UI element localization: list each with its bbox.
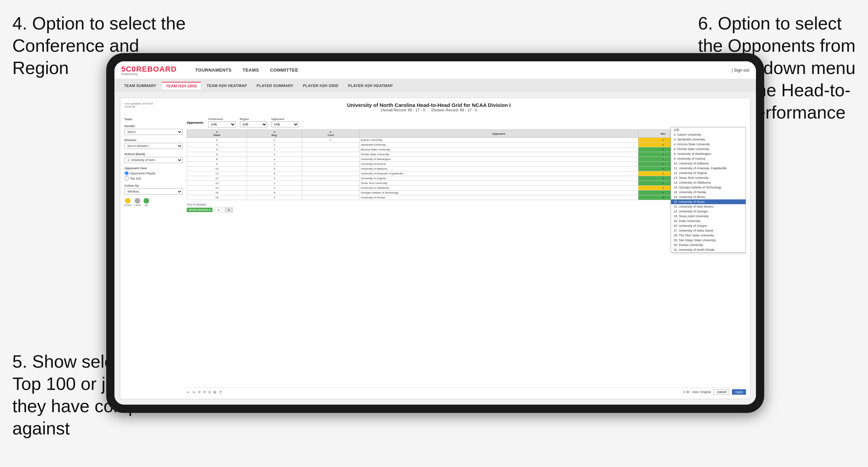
tab-team-summary[interactable]: TEAM SUMMARY <box>120 82 160 89</box>
sub-nav: TEAM SUMMARY TEAM H2H GRID TEAM H2H HEAT… <box>114 79 756 92</box>
table-row: 3 2 Vanderbilt University 0 4 <box>187 143 746 147</box>
colour-by-select[interactable]: Win/loss <box>124 188 183 195</box>
dropdown-item[interactable]: 30. Purdue University <box>671 243 746 247</box>
dropdown-item[interactable]: 25. University of Oregon <box>671 223 746 228</box>
right-area: Opponents: Conference (All) Region ( <box>187 118 746 395</box>
colour-by-section: Colour by Win/loss <box>124 184 183 195</box>
nav-tournaments[interactable]: TOURNAMENTS <box>195 67 232 73</box>
gender-select[interactable]: Men's <box>124 129 183 135</box>
bottom-toolbar: ↩ ↪ ↺ ⟳ ⎘ ⊞ ⏱ ⊙ W View: Original Cance <box>187 388 746 395</box>
dropdown-item[interactable]: 28. The Ohio State University <box>671 233 746 238</box>
table-row: 6 2 Florida State University 4 2 <box>187 152 746 157</box>
school-select[interactable]: 1. University of Nort... <box>124 157 183 163</box>
gender-section: Gender Men's <box>124 124 183 135</box>
cell-conf <box>302 167 359 171</box>
col-reg: #Reg. <box>247 130 302 138</box>
opponent-view-radios: Opponents Played Top 100 <box>124 171 183 181</box>
toolbar-copy[interactable]: ⎘ <box>209 390 211 394</box>
dropdown-item[interactable]: 21. University of New Mexico <box>671 204 746 209</box>
cell-rank: 16 <box>187 195 247 200</box>
nav-teams[interactable]: TEAMS <box>243 67 259 73</box>
cell-conf <box>302 181 359 186</box>
cell-conf <box>302 162 359 167</box>
apply-button[interactable]: Apply <box>732 389 746 395</box>
nav-committee[interactable]: COMMITTEE <box>270 67 298 73</box>
dropdown-item[interactable]: 6. Florida State University <box>671 147 746 151</box>
table-row: 14 2 University of Oklahoma 2 2 <box>187 186 746 191</box>
filter-region: Region (All) <box>240 118 267 127</box>
cell-rank: 9 <box>187 162 247 167</box>
dropdown-item[interactable]: 20. University of Texas <box>671 199 746 204</box>
cell-rank: 2 <box>187 138 247 143</box>
toolbar-redo[interactable]: ↪ <box>192 390 195 394</box>
cell-reg: 2 <box>247 143 302 147</box>
dropdown-item[interactable]: 15. Georgia Institute of Technology <box>671 185 746 190</box>
table-body: 2 1 1 Auburn University 2 1 3 2 Vanderbi… <box>187 138 746 200</box>
dropdown-item[interactable]: 13. Texas Tech University <box>671 175 746 180</box>
dropdown-item[interactable]: 23. Texas A&M University <box>671 214 746 219</box>
conference-select[interactable]: (All) <box>208 121 236 127</box>
dropdown-item[interactable]: 2. Auburn University <box>671 132 746 137</box>
dropdown-item[interactable]: 27. University of Notre Dame <box>671 228 746 233</box>
table-row: 11 6 University of Arkansas, Fayettevill… <box>187 171 746 176</box>
radio-top100[interactable]: Top 100 <box>124 176 183 181</box>
nav-sign-out[interactable]: | Sign out <box>732 68 749 73</box>
tab-player-h2h-grid[interactable]: PLAYER H2H GRID <box>299 82 343 89</box>
cell-reg: 1 <box>247 147 302 152</box>
dropdown-item[interactable]: 24. Duke University <box>671 219 746 223</box>
toolbar-paste[interactable]: ⊞ <box>213 390 216 394</box>
tab-player-summary[interactable]: PLAYER SUMMARY <box>253 82 297 89</box>
opponent-select[interactable]: (All) <box>271 121 299 127</box>
table-header: #Rank #Reg. #Conf Opponent Win Loss <box>187 130 746 138</box>
toolbar-undo[interactable]: ↩ <box>187 390 190 394</box>
toolbar-forward[interactable]: ⟳ <box>203 390 206 394</box>
h2h-table: #Rank #Reg. #Conf Opponent Win Loss <box>187 130 746 200</box>
cell-reg: 3 <box>247 162 302 167</box>
tab-player-h2h-heatmap[interactable]: PLAYER H2H HEATMAP <box>344 82 397 89</box>
opponent-filter-label: Opponent <box>271 118 299 121</box>
toolbar-clock[interactable]: ⏱ <box>219 390 222 394</box>
dropdown-item[interactable]: 31. University of North Florida <box>671 247 746 252</box>
card-body: Team Gender Men's Division NCAA Division… <box>124 118 746 395</box>
school-label: School (Rank) <box>124 152 183 156</box>
dropdown-item[interactable]: 18. University of Illinois <box>671 195 746 199</box>
cell-rank: 13 <box>187 181 247 186</box>
dropdown-item[interactable]: 4. Arizona State University <box>671 142 746 147</box>
col-rank: #Rank <box>187 130 247 138</box>
dropdown-item[interactable]: 9. University of Arizona <box>671 156 746 161</box>
cell-rank: 6 <box>187 152 247 157</box>
radio-opponents-played[interactable]: Opponents Played <box>124 171 183 175</box>
card-title: University of North Carolina Head-to-Hea… <box>153 102 705 108</box>
cell-rank: 15 <box>187 191 247 195</box>
cell-opponent: Georgia Institute of Technology <box>359 191 638 195</box>
dropdown-item[interactable]: 11. University of Arkansas, Fayetteville <box>671 166 746 171</box>
cell-rank: 12 <box>187 176 247 181</box>
dropdown-item[interactable]: 16. University of Florida <box>671 190 746 195</box>
dropdown-item[interactable]: (All) <box>671 127 746 132</box>
dropdown-item[interactable]: 14. University of Oklahoma <box>671 180 746 185</box>
tab-team-h2h-grid[interactable]: TEAM H2H GRID <box>162 82 201 89</box>
cell-reg: 5 <box>247 167 302 171</box>
table-row: 12 3 University of Virginia 2 0 <box>187 176 746 181</box>
toolbar-back[interactable]: ↺ <box>198 390 200 394</box>
cell-conf <box>302 157 359 162</box>
dropdown-item[interactable]: 29. San Diego State University <box>671 238 746 243</box>
dropdown-item[interactable]: 22. University of Georgia <box>671 209 746 214</box>
dropdown-item[interactable]: 12. University of Virginia <box>671 171 746 175</box>
cell-reg: 2 <box>247 186 302 191</box>
cancel-button[interactable]: Cancel <box>713 389 729 395</box>
region-select[interactable]: (All) <box>240 121 267 127</box>
table-container: #Rank #Reg. #Conf Opponent Win Loss <box>187 130 746 385</box>
dropdown-item[interactable]: 3. Vanderbilt University <box>671 137 746 142</box>
dropdown-item[interactable]: 10. University of Alabama <box>671 161 746 166</box>
division-wins: 1 <box>215 207 223 212</box>
opponent-dropdown[interactable]: (All)2. Auburn University3. Vanderbilt U… <box>671 127 746 253</box>
cell-opponent: Texas Tech University <box>359 181 638 186</box>
division-label: Division <box>124 138 183 142</box>
dropdown-item[interactable]: 8. University of Washington <box>671 151 746 156</box>
opponent-view-section: Opponent View Opponents Played Top 100 <box>124 167 183 181</box>
division-select[interactable]: NCAA Division I <box>124 143 183 149</box>
dashboard-card: Last Updated: 4/7/2024 16:55:38 Universi… <box>120 98 750 399</box>
tab-team-h2h-heatmap[interactable]: TEAM H2H HEATMAP <box>203 82 251 89</box>
table-row: 8 1 University of Washington 1 0 <box>187 157 746 162</box>
